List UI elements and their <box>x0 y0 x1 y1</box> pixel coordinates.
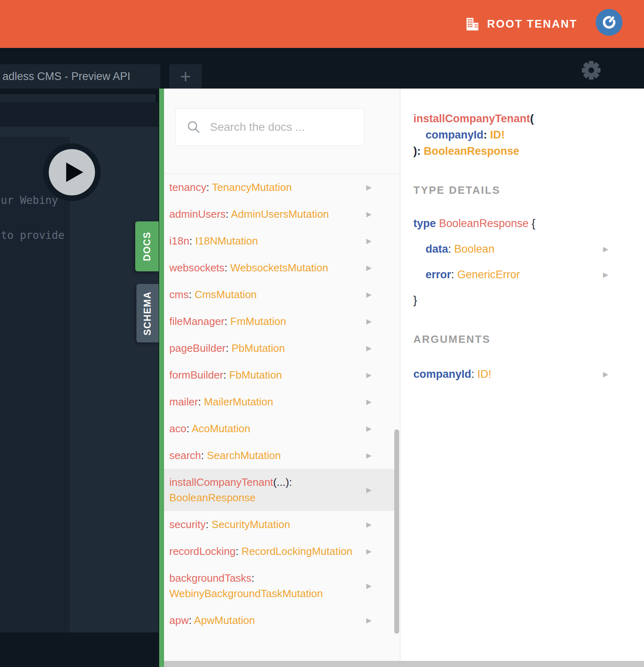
doc-field-row-aco[interactable]: aco: AcoMutation▶ <box>164 415 395 442</box>
doc-field-row-apw[interactable]: apw: ApwMutation▶ <box>164 607 395 634</box>
doc-field-row-tenancy[interactable]: tenancy: TenancyMutation▶ <box>164 174 395 201</box>
editor-gutter-pane <box>0 137 70 632</box>
chevron-right-icon: ▶ <box>366 372 372 379</box>
chevron-right-icon: ▶ <box>366 184 372 191</box>
playground-toolbar-strip <box>0 94 156 102</box>
app-header: ROOT TENANT <box>0 0 644 48</box>
argument-companyId[interactable]: companyId: ID!▶ <box>413 366 644 382</box>
chevron-right-icon: ▶ <box>366 291 372 298</box>
field-signature: installCompanyTenant( companyId: ID! ): … <box>413 110 644 159</box>
docs-search-header <box>164 89 400 174</box>
type-field-error[interactable]: error: GenericError▶ <box>413 266 644 283</box>
type-field-data[interactable]: data: Boolean▶ <box>413 241 644 257</box>
chevron-right-icon: ▶ <box>603 246 608 253</box>
doc-field-row-cms[interactable]: cms: CmsMutation▶ <box>164 281 395 308</box>
search-input[interactable] <box>209 120 349 134</box>
chevron-right-icon: ▶ <box>366 211 372 218</box>
tab-schema[interactable]: SCHEMA <box>136 284 159 342</box>
doc-field-row-pageBuilder[interactable]: pageBuilder: PbMutation▶ <box>164 335 395 362</box>
chevron-right-icon: ▶ <box>366 583 372 589</box>
new-tab-button[interactable]: + <box>169 64 202 89</box>
chevron-right-icon: ▶ <box>603 271 608 278</box>
arguments-heading: ARGUMENTS <box>413 333 644 346</box>
api-tab[interactable]: adless CMS - Preview API <box>0 64 160 89</box>
doc-field-row-websockets[interactable]: websockets: WebsocketsMutation▶ <box>164 254 395 281</box>
doc-field-row-formBuilder[interactable]: formBuilder: FbMutation▶ <box>164 362 395 388</box>
editor-comment-line: to provide <box>1 229 65 241</box>
user-avatar[interactable] <box>596 9 622 36</box>
doc-field-row-installCompanyTenant[interactable]: installCompanyTenant(...): BooleanRespon… <box>164 469 395 511</box>
doc-field-row-fileManager[interactable]: fileManager: FmMutation▶ <box>164 308 395 335</box>
chevron-right-icon: ▶ <box>366 398 372 405</box>
tab-docs[interactable]: DOCS <box>135 221 159 271</box>
playground-header-strip <box>0 102 158 127</box>
type-fields: data: Boolean▶error: GenericError▶ <box>413 241 644 283</box>
chevron-right-icon: ▶ <box>366 548 372 555</box>
power-icon <box>601 14 617 30</box>
doc-field-row-backgroundTasks[interactable]: backgroundTasks: WebinyBackgroundTaskMut… <box>164 565 395 607</box>
building-icon <box>466 18 479 30</box>
arguments-list: companyId: ID!▶ <box>413 366 644 382</box>
doc-field-row-adminUsers[interactable]: adminUsers: AdminUsersMutation▶ <box>164 201 395 227</box>
chevron-right-icon: ▶ <box>366 521 372 528</box>
type-details-block: type BooleanResponse { data: Boolean▶err… <box>413 215 644 308</box>
type-declaration-row: type BooleanResponse { <box>413 215 644 232</box>
docs-explorer-panel: tenancy: TenancyMutation▶adminUsers: Adm… <box>164 89 644 667</box>
execute-query-button[interactable] <box>43 143 101 201</box>
tenant-selector[interactable]: ROOT TENANT <box>466 0 578 48</box>
query-editor-pane[interactable]: ur Webiny to provide <box>0 127 158 632</box>
tenant-label: ROOT TENANT <box>487 18 578 30</box>
chevron-right-icon: ▶ <box>366 345 372 352</box>
chevron-right-icon: ▶ <box>366 318 372 325</box>
field-detail-panel: installCompanyTenant( companyId: ID! ): … <box>400 89 644 667</box>
doc-field-row-mailer[interactable]: mailer: MailerMutation▶ <box>164 388 395 415</box>
doc-field-row-security[interactable]: security: SecurityMutation▶ <box>164 511 395 538</box>
chevron-right-icon: ▶ <box>366 487 372 494</box>
chevron-right-icon: ▶ <box>366 617 372 624</box>
chevron-right-icon: ▶ <box>366 425 372 432</box>
docs-field-list: tenancy: TenancyMutation▶adminUsers: Adm… <box>164 174 400 634</box>
docs-field-column: tenancy: TenancyMutation▶adminUsers: Adm… <box>164 89 400 667</box>
doc-field-row-search[interactable]: search: SearchMutation▶ <box>164 442 395 469</box>
chevron-right-icon: ▶ <box>366 238 372 245</box>
vertical-scrollbar[interactable] <box>394 429 399 634</box>
type-details-heading: TYPE DETAILS <box>413 184 644 197</box>
type-closing-brace-row: } <box>413 292 644 308</box>
docs-panel-accent-bar <box>159 89 164 667</box>
docs-search-box[interactable] <box>175 108 364 146</box>
doc-field-row-recordLocking[interactable]: recordLocking: RecordLockingMutation▶ <box>164 538 395 565</box>
chevron-right-icon: ▶ <box>366 264 372 271</box>
chevron-right-icon: ▶ <box>603 371 608 378</box>
chevron-right-icon: ▶ <box>366 452 372 459</box>
editor-comment-line: ur Webiny <box>1 194 58 206</box>
doc-field-row-i18n[interactable]: i18n: I18NMutation▶ <box>164 227 395 254</box>
search-icon <box>186 120 201 134</box>
horizontal-scrollbar[interactable] <box>164 661 644 667</box>
settings-gear-icon[interactable] <box>581 60 602 81</box>
